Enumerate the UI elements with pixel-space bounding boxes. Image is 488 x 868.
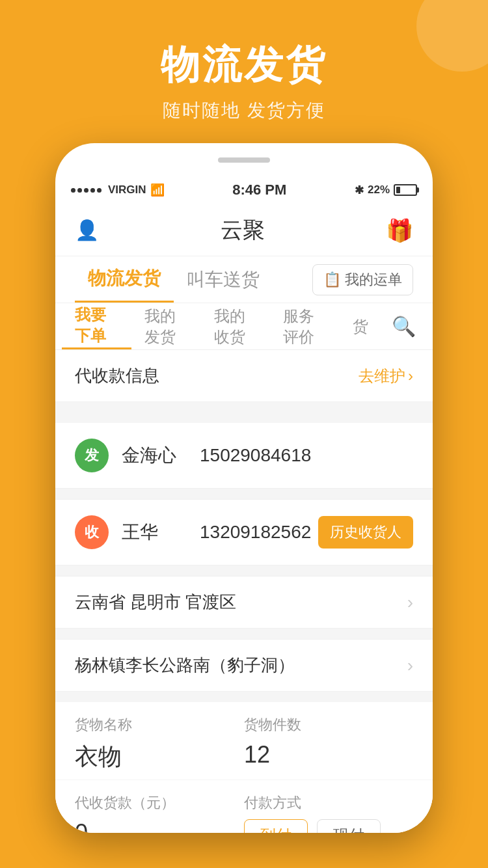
chevron-right-icon: › bbox=[408, 367, 413, 385]
phone-mockup: VIRGIN 📶 8:46 PM ✱ 22% 👤 云聚 🎁 物流发货 叫车送货 … bbox=[55, 143, 433, 833]
collection-info-row: 代收款信息 去维护 › bbox=[55, 350, 433, 402]
payment-xianpay-button[interactable]: 现付 bbox=[317, 819, 381, 833]
tab-more[interactable]: 货 bbox=[340, 303, 381, 349]
cod-label: 代收货款（元） bbox=[75, 793, 244, 813]
content-area: 代收款信息 去维护 › 发 金海心 15029084618 收 王华 13209… bbox=[55, 350, 433, 833]
payment-col: 付款方式 到付 现付 bbox=[244, 793, 413, 833]
status-bar: VIRGIN 📶 8:46 PM ✱ 22% bbox=[55, 176, 433, 204]
goods-name-col: 货物名称 衣物 bbox=[75, 715, 244, 773]
goods-grid-bottom: 代收货款（元） 0 付款方式 到付 现付 bbox=[55, 780, 433, 833]
tab-order[interactable]: 我要下单 bbox=[62, 303, 131, 349]
status-right: ✱ 22% bbox=[355, 183, 417, 197]
history-receiver-button[interactable]: 历史收货人 bbox=[318, 516, 413, 549]
sender-badge: 发 bbox=[75, 439, 109, 472]
payment-label: 付款方式 bbox=[244, 793, 413, 813]
tab-delivery[interactable]: 叫车送货 bbox=[174, 256, 273, 303]
header-title: 物流发货 bbox=[0, 39, 488, 92]
search-icon[interactable]: 🔍 bbox=[381, 315, 426, 338]
battery-icon bbox=[394, 184, 417, 196]
payment-options: 到付 现付 bbox=[244, 819, 413, 833]
goods-name-value[interactable]: 衣物 bbox=[75, 741, 244, 773]
nav-row-2: 我要下单 我的发货 我的收货 服务评价 货 🔍 bbox=[55, 303, 433, 350]
signal-dot bbox=[71, 188, 75, 193]
battery-percent: 22% bbox=[368, 183, 390, 197]
sender-phone: 15029084618 bbox=[200, 445, 311, 466]
tab-service-review[interactable]: 服务评价 bbox=[270, 303, 340, 349]
collection-label: 代收款信息 bbox=[75, 364, 159, 387]
address-detail-text: 杨林镇李长公路南（豹子洞） bbox=[75, 654, 295, 677]
tab-my-receive[interactable]: 我的收货 bbox=[201, 303, 271, 349]
address-province-text: 云南省 昆明市 官渡区 bbox=[75, 591, 236, 614]
goods-grid-top: 货物名称 衣物 货物件数 12 bbox=[55, 702, 433, 773]
tab-logistics[interactable]: 物流发货 bbox=[75, 256, 174, 303]
sender-row: 发 金海心 15029084618 bbox=[55, 413, 433, 489]
receiver-name: 王华 bbox=[122, 520, 187, 545]
goods-name-label: 货物名称 bbox=[75, 715, 244, 735]
calendar-icon: 📋 bbox=[323, 271, 341, 288]
status-left: VIRGIN 📶 bbox=[71, 183, 165, 197]
receiver-row: 收 王华 13209182562 历史收货人 bbox=[55, 499, 433, 565]
waybill-button[interactable]: 📋 我的运单 bbox=[312, 264, 413, 295]
status-time: 8:46 PM bbox=[232, 182, 286, 198]
payment-daopay-button[interactable]: 到付 bbox=[244, 819, 308, 833]
cod-col: 代收货款（元） 0 bbox=[75, 793, 244, 833]
collection-action[interactable]: 去维护 › bbox=[359, 366, 413, 387]
address-detail-row[interactable]: 杨林镇李长公路南（豹子洞） › bbox=[55, 639, 433, 692]
address-province-row[interactable]: 云南省 昆明市 官渡区 › bbox=[55, 576, 433, 629]
phone-speaker bbox=[218, 157, 270, 163]
signal-dot bbox=[84, 188, 88, 193]
battery-bar bbox=[394, 184, 417, 196]
gift-icon[interactable]: 🎁 bbox=[386, 217, 413, 243]
cod-value[interactable]: 0 bbox=[75, 819, 244, 833]
chevron-right-icon: › bbox=[407, 655, 413, 676]
signal-dot bbox=[90, 188, 95, 193]
chevron-right-icon: › bbox=[407, 592, 413, 613]
app-header: 👤 云聚 🎁 bbox=[55, 204, 433, 256]
goods-count-col: 货物件数 12 bbox=[244, 715, 413, 773]
signal-dot bbox=[77, 188, 82, 193]
battery-fill bbox=[396, 187, 400, 193]
tab-my-send[interactable]: 我的发货 bbox=[131, 303, 201, 349]
sender-name: 金海心 bbox=[122, 443, 187, 468]
header-subtitle: 随时随地 发货方便 bbox=[0, 98, 488, 123]
receiver-phone: 13209182562 bbox=[200, 522, 311, 543]
nav-row-1: 物流发货 叫车送货 📋 我的运单 bbox=[55, 256, 433, 303]
wifi-icon: 📶 bbox=[150, 183, 165, 197]
signal-dot bbox=[97, 188, 102, 193]
header-text: 物流发货 随时随地 发货方便 bbox=[0, 39, 488, 123]
user-icon[interactable]: 👤 bbox=[75, 219, 99, 241]
app-title: 云聚 bbox=[221, 215, 265, 245]
goods-count-label: 货物件数 bbox=[244, 715, 413, 735]
bluetooth-icon: ✱ bbox=[355, 183, 364, 197]
receiver-badge: 收 bbox=[75, 515, 109, 549]
signal-dots bbox=[71, 188, 102, 193]
goods-count-value[interactable]: 12 bbox=[244, 741, 413, 768]
carrier-label: VIRGIN bbox=[108, 183, 146, 197]
goods-section: 货物名称 衣物 货物件数 12 代收货款（元） 0 付款方式 到付 bbox=[55, 702, 433, 833]
